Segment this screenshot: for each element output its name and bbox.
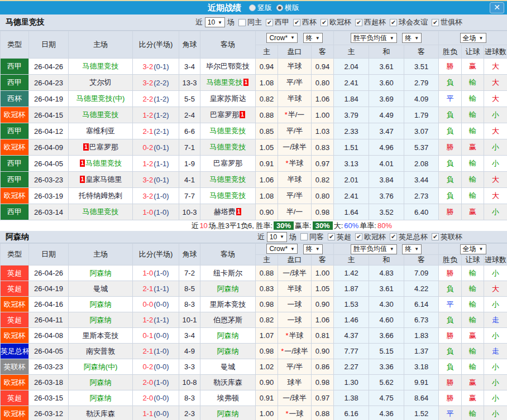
- away-odds: 0.97: [312, 156, 334, 172]
- corner-score: 3-3: [179, 359, 200, 375]
- away-team: 阿森纳: [217, 331, 239, 340]
- team-name: 阿森纳: [6, 232, 29, 242]
- home-team: 阿森纳: [90, 394, 112, 402]
- full-time-score: 1-2: [142, 160, 153, 168]
- avg-away-odds: 7.09: [404, 265, 439, 281]
- away-odds: 0.86: [312, 359, 334, 375]
- checkbox-checked-icon: ✔: [266, 19, 273, 26]
- chevron-down-icon: ▼: [315, 36, 320, 41]
- away-team-cell: 巴塞罗那: [200, 156, 256, 172]
- handicap-line: 一球: [278, 312, 312, 328]
- league-badge: 西甲: [1, 156, 29, 172]
- final-avg-select[interactable]: 终▼: [402, 244, 422, 254]
- match-date: 26-03-18: [29, 375, 69, 390]
- away-team: 曼城: [221, 363, 235, 371]
- same-venue-checkbox[interactable]: 同客: [300, 232, 324, 242]
- full-time-score: 1-2: [142, 316, 153, 324]
- away-odds: 0.81: [312, 328, 334, 344]
- close-button[interactable]: ✕: [490, 2, 504, 13]
- half-time-score: (1-0): [154, 208, 169, 216]
- table-row: 西甲 26-04-26 马德里竞技 3-2(0-1) 3-4 毕尔巴鄂竞技 0.…: [1, 59, 507, 75]
- layout-radio-horizontal[interactable]: 横版: [276, 3, 299, 13]
- result-letball: 赢: [462, 375, 484, 390]
- avg-odds-select[interactable]: 胜平负均值▼: [351, 33, 397, 43]
- red-card-badge: 1: [236, 208, 242, 215]
- layout-radio-vertical[interactable]: 竖版: [249, 3, 272, 13]
- half-time-score: (2-1): [154, 127, 169, 136]
- league-filter-checkbox[interactable]: ✔西杯: [293, 17, 317, 27]
- summary-text: 大:: [334, 221, 343, 231]
- league-filter-checkbox[interactable]: ✔世俱杯: [432, 17, 462, 27]
- result-goals: 小: [484, 406, 507, 420]
- avg-odds-select[interactable]: 胜平负均值▼: [351, 244, 397, 254]
- result-wdl: 平: [439, 297, 462, 312]
- table-row: 英联杯 26-03-23 阿森纳(中) 0-2(0-0) 3-3 曼城 1.02…: [1, 359, 507, 375]
- matches-tbody: 西甲 26-04-26 马德里竞技 3-2(0-1) 3-4 毕尔巴鄂竞技 0.…: [1, 59, 507, 220]
- half-time-score: (0-0): [154, 331, 169, 340]
- corner-score: 4-9: [179, 344, 200, 359]
- home-odds: 1.06: [256, 172, 278, 188]
- league-filter-checkbox[interactable]: ✔西甲: [266, 17, 289, 27]
- full-time-score: 0-2: [142, 143, 153, 152]
- avg-away-odds: 4.09: [404, 91, 439, 107]
- match-score: 0-0(0-0): [133, 297, 179, 312]
- page-title: 近期战绩: [208, 3, 241, 13]
- final-odds-select[interactable]: 终▼: [303, 33, 323, 43]
- match-score: 2-0(1-0): [133, 375, 179, 390]
- result-wdl: 負: [439, 359, 462, 375]
- avg-draw-odds: 3.61: [369, 281, 404, 297]
- league-filter-checkbox[interactable]: ✔英足总杯: [390, 232, 428, 242]
- checkbox-checked-icon: ✔: [355, 233, 362, 240]
- result-goals: 大: [484, 188, 507, 204]
- league-filter-label: 西杯: [302, 17, 317, 27]
- league-filter-checkbox[interactable]: ✔英联杯: [432, 232, 462, 242]
- scope-select[interactable]: 全场▼: [460, 33, 486, 43]
- table-row: 西杯 26-04-19 马德里竞技(中) 2-2(1-2) 5-5 皇家苏斯达 …: [1, 91, 507, 107]
- avg-away-odds: 1.37: [404, 344, 439, 359]
- final-avg-select[interactable]: 终▼: [402, 33, 422, 43]
- result-letball: 赢: [462, 328, 484, 344]
- league-badge: 英联杯: [1, 359, 29, 375]
- same-venue-checkbox[interactable]: 同主: [238, 17, 262, 27]
- checkbox-checked-icon: ✔: [328, 233, 335, 240]
- match-date: 26-03-23: [29, 172, 69, 188]
- away-team-cell: 皇家苏斯达: [200, 91, 256, 107]
- result-wdl: 勝: [439, 204, 462, 220]
- chevron-down-icon: ▼: [390, 247, 394, 252]
- scope-select[interactable]: 全场▼: [460, 244, 486, 254]
- red-card-badge: 1: [243, 79, 249, 86]
- result-wdl: 勝: [439, 139, 462, 156]
- away-odds: 0.80: [312, 75, 334, 91]
- result-wdl: 勝: [439, 59, 462, 75]
- league-badge: 英超: [1, 390, 29, 406]
- handicap-line: *一球: [278, 406, 312, 420]
- full-time-score: 0-2: [142, 363, 153, 371]
- chevron-down-icon: ▼: [479, 36, 484, 41]
- chevron-down-icon: ▼: [390, 36, 394, 41]
- match-count-select[interactable]: 10▼: [205, 17, 225, 27]
- avg-away-odds: 6.14: [404, 297, 439, 312]
- match-date: 26-04-19: [29, 281, 69, 297]
- half-time-score: (1-2): [154, 111, 169, 119]
- league-filter-checkbox[interactable]: ✔西超杯: [355, 17, 386, 27]
- home-team-cell: 阿森纳: [69, 297, 133, 312]
- odds-company-select[interactable]: Crow*▼: [266, 244, 298, 254]
- league-filter-checkbox[interactable]: ✔欧冠杯: [321, 17, 351, 27]
- result-letball: 輸: [462, 91, 484, 107]
- league-filter-checkbox[interactable]: ✔欧冠杯: [355, 232, 386, 242]
- match-count-select[interactable]: 10▼: [267, 232, 287, 242]
- avg-draw-odds: 4.83: [369, 265, 404, 281]
- league-filter-checkbox[interactable]: ✔英超: [328, 232, 351, 242]
- odds-company-select[interactable]: Crow*▼: [266, 33, 298, 43]
- league-filters: ✔英超✔欧冠杯✔英足总杯✔英联杯: [324, 232, 462, 242]
- league-filter-checkbox[interactable]: ✔球会友谊: [390, 17, 428, 27]
- col-type: 类型: [1, 31, 29, 59]
- league-badge: 西甲: [1, 172, 29, 188]
- away-team-cell: 赫塔费1: [200, 204, 256, 220]
- matches-table: 类型 日期 主场 比分(半场) 角球 客场 Crow*▼ 终▼ 胜平负均值▼ 终…: [0, 31, 507, 220]
- handicap-line: 半球: [278, 91, 312, 107]
- final-odds-select[interactable]: 终▼: [303, 244, 323, 254]
- home-team-cell: 勒沃库森: [69, 406, 133, 420]
- full-time-score: 1-1: [142, 409, 153, 418]
- avg-away-odds: 3.51: [404, 59, 439, 75]
